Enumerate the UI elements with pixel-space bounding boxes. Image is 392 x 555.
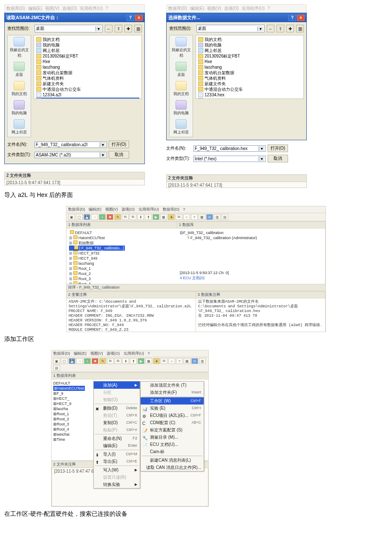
open-button[interactable]: 打开(O) <box>109 141 129 148</box>
tool-icon[interactable]: ★ <box>168 214 175 220</box>
menu-item[interactable]: 视图(V) <box>45 6 59 11</box>
menu-item[interactable]: 选项(O) <box>62 6 77 11</box>
list-item[interactable]: 气体机资料 <box>36 75 139 81</box>
list-item[interactable]: 12334.a2l <box>36 92 139 98</box>
tree-node[interactable]: ⊞HECT_ <box>53 396 92 401</box>
file-list-a[interactable]: 我的文档我的电脑网上邻居20130926标定FBTHxelaozhang发动机台… <box>34 35 142 99</box>
menu-item[interactable]: 编辑(E) <box>74 351 86 356</box>
menu-item[interactable]: ? <box>268 6 270 11</box>
menu-item[interactable]: 实用程序(U) <box>124 351 144 356</box>
save-icon[interactable]: 💾 <box>84 214 90 220</box>
menu-item[interactable]: Cam-标 <box>141 448 204 455</box>
delete-icon[interactable]: ✖ <box>107 214 113 220</box>
tool-icon[interactable]: ▥ <box>214 214 221 220</box>
db-tree[interactable]: DEFAULT⊞HatomECUTest⊞初始数据⊞[ F_949_T32_ c… <box>66 228 177 284</box>
open-button[interactable]: 打开(O) <box>268 145 288 152</box>
filename-combo[interactable]: F_949_T32_ calibration.a2l▾ <box>35 142 107 148</box>
tree-node[interactable]: ⊞Root_4 <box>53 427 92 432</box>
list-item[interactable]: 101505HF1240020_V320_Yuichai platform.he… <box>198 98 301 99</box>
place-network[interactable]: 网上邻居 <box>8 118 31 137</box>
tool-icon[interactable]: ⬇ <box>122 358 129 364</box>
menu-item[interactable]: 编辑(E) <box>28 6 42 11</box>
tool-icon[interactable]: ⧉ <box>115 358 121 364</box>
tree-node[interactable]: ⊞Time <box>53 437 92 442</box>
place-computer[interactable]: 我的电脑 <box>8 98 31 118</box>
list-item[interactable]: laozhang <box>198 64 301 70</box>
tool-icon[interactable]: ▢ <box>61 358 68 364</box>
tree-node[interactable]: ⊞[ F_949_T32_ calibratio...] <box>69 246 125 251</box>
tree-node[interactable]: ⊞Root_1 <box>53 411 92 416</box>
tool-icon[interactable]: ✎ <box>99 358 106 364</box>
tool-icon[interactable]: ⧉ <box>161 358 167 364</box>
tool-icon[interactable]: ○ <box>183 214 190 220</box>
tool-icon[interactable]: → <box>76 358 83 364</box>
tree-node[interactable]: ⊞Root_2 <box>53 416 92 422</box>
tool-icon[interactable]: ⬇ <box>137 214 144 220</box>
place-documents[interactable]: 我的文档 <box>170 79 193 98</box>
place-computer[interactable]: 我的电脑 <box>170 98 193 118</box>
help-icon[interactable]: ? <box>127 15 134 21</box>
menu-item[interactable]: 数据库(D) <box>6 6 25 11</box>
list-item[interactable]: 网上邻居 <box>198 48 301 53</box>
tool-icon[interactable]: ✎ <box>114 214 121 220</box>
menu-item[interactable]: 编辑(E)Enter <box>94 442 140 449</box>
place-desktop[interactable]: 桌面 <box>170 60 193 79</box>
menu-item[interactable]: 新建CAN 消息列表(L) <box>141 457 204 464</box>
place-recent[interactable]: 我最近的文档 <box>8 35 31 60</box>
tool-icon[interactable]: ? <box>191 214 198 220</box>
place-documents[interactable]: 我的文档 <box>8 79 31 98</box>
menu-item[interactable]: 视图(V) <box>90 351 103 356</box>
list-item[interactable]: 我的电脑 <box>36 42 139 48</box>
menu-item[interactable]: 实用程序(U) <box>242 6 265 11</box>
list-item[interactable]: 12334.hex <box>198 92 301 98</box>
menu-item[interactable]: 转换实验▶ <box>94 481 140 488</box>
menu-item[interactable]: CCDM配置 (C)Alt+C <box>141 419 204 426</box>
list-item[interactable]: 中通混合动力公交车 <box>36 87 139 92</box>
tool-icon[interactable]: ▥ <box>199 358 206 364</box>
tree-node[interactable]: ⊞laozhang <box>69 261 175 266</box>
up-icon[interactable]: ⇧ <box>277 25 284 32</box>
tree-node[interactable]: ⊞HECT_9732 <box>69 251 175 256</box>
list-item[interactable]: 20130926标定FBT <box>198 53 301 59</box>
menu-item[interactable]: 选项(O) <box>224 6 239 11</box>
tree-node[interactable]: ⊞Root_2 <box>69 271 175 276</box>
tool-icon[interactable]: ○ <box>168 358 175 364</box>
up-icon[interactable]: ⇧ <box>115 25 122 32</box>
list-item[interactable]: F_949_T32_ calibration.a2l <box>36 98 139 99</box>
menu-item[interactable]: 🔧测量目录 (M)... <box>141 434 204 441</box>
list-item[interactable]: Hxe <box>198 59 301 64</box>
newfolder-icon[interactable]: ✚ <box>286 25 294 32</box>
list-item[interactable]: 发动机台架数据 <box>36 70 139 75</box>
look-in-combo[interactable]: 桌面 ▾ <box>35 25 103 32</box>
menu-item[interactable]: 编辑(E) <box>190 6 204 11</box>
tree-node[interactable]: DEFAULT <box>53 381 92 386</box>
menu-item[interactable]: 选项(O) <box>107 351 120 356</box>
menu-item[interactable]: 重命名(N)F2 <box>94 435 140 442</box>
close-icon[interactable]: × <box>297 15 305 21</box>
tool-icon[interactable]: ⬆ <box>145 214 152 220</box>
tree-node[interactable]: ⊞HatomECUTest <box>53 386 85 391</box>
filename-combo[interactable]: F_949_T32_ calibration.hex▾ <box>193 145 266 152</box>
menu-item[interactable]: 数据库(D) <box>168 6 187 11</box>
tool-icon[interactable]: + <box>99 214 106 220</box>
cm-tree[interactable]: DEFAULT⊞HatomECUTest⊞F_9⊞HECT_⊞HECT_9⊞la… <box>52 379 94 460</box>
tool-icon[interactable]: ? <box>176 358 183 364</box>
tool-icon[interactable]: ⛭ <box>191 358 198 364</box>
filetype-combo[interactable]: ASAM-2MC (*.a2l)▾ <box>35 152 107 158</box>
tree-node[interactable]: ⊞Root_3 <box>53 422 92 427</box>
tree-node[interactable]: F_949_T32_ calibration <box>183 231 224 235</box>
tool-icon[interactable]: ▶ <box>153 214 159 220</box>
menu-item[interactable]: 读取 CAN 消息日志文件(R)... <box>141 464 204 471</box>
menu-item[interactable]: ? <box>148 351 150 356</box>
menu-item[interactable]: 📊实验 (E)Ctrl+I <box>141 405 204 412</box>
menu-item[interactable]: ⬇导入(I)Ctrl+M <box>94 451 140 458</box>
list-item[interactable]: 我的文档 <box>36 37 139 42</box>
view-icon[interactable]: ▥ <box>134 25 142 32</box>
menu-item[interactable]: 📝标定方案配置 (S) <box>141 426 204 434</box>
menu-item[interactable]: 数据库(D) <box>163 207 180 211</box>
tree-node[interactable]: ⊞Root_3 <box>69 276 175 281</box>
look-in-combo[interactable]: 桌面 ▾ <box>196 25 265 32</box>
delete-icon[interactable]: ✖ <box>92 358 98 364</box>
menu-item[interactable]: ⬆导出(E)Ctrl+E <box>94 458 140 465</box>
menu-item[interactable]: 实用程序(U) <box>138 207 159 211</box>
